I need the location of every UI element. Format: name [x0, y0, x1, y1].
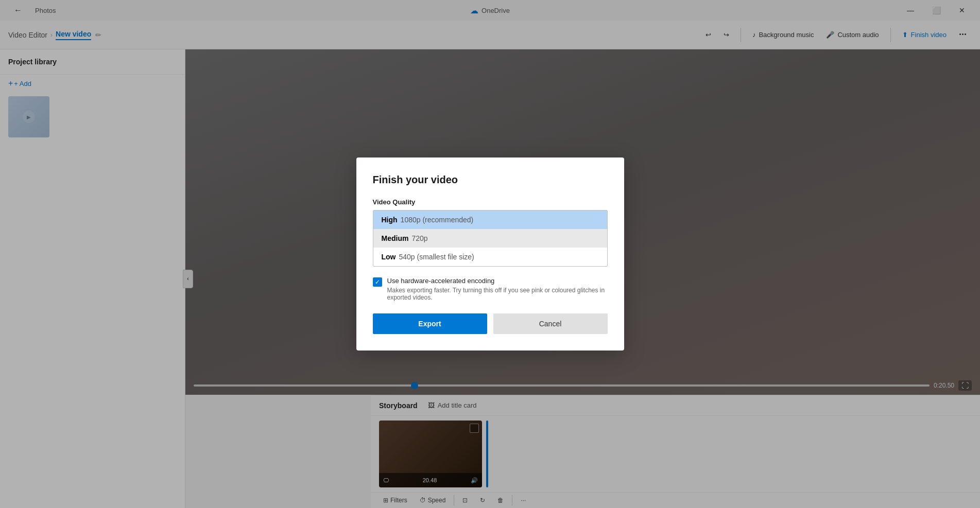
- cancel-button[interactable]: Cancel: [493, 313, 608, 334]
- low-quality-label: Low: [382, 253, 396, 261]
- video-quality-label: Video Quality: [373, 198, 608, 206]
- checkbox-label: Use hardware-accelerated encoding: [387, 277, 608, 285]
- hardware-encoding-row: ✓ Use hardware-accelerated encoding Make…: [373, 277, 608, 301]
- hardware-encoding-checkbox[interactable]: ✓: [373, 277, 382, 287]
- modal-overlay: Finish your video Video Quality High 108…: [0, 0, 980, 508]
- checkbox-subtext: Makes exporting faster. Try turning this…: [387, 287, 608, 301]
- high-quality-desc: 1080p (recommended): [401, 216, 474, 224]
- low-quality-desc: 540p (smallest file size): [399, 253, 474, 261]
- high-quality-label: High: [382, 216, 398, 224]
- quality-option-low[interactable]: Low 540p (smallest file size): [373, 248, 607, 266]
- finish-video-modal: Finish your video Video Quality High 108…: [356, 157, 624, 351]
- medium-quality-label: Medium: [382, 234, 409, 242]
- quality-option-high[interactable]: High 1080p (recommended): [373, 211, 607, 229]
- checkbox-text-block: Use hardware-accelerated encoding Makes …: [387, 277, 608, 301]
- modal-title: Finish your video: [373, 174, 608, 186]
- modal-buttons: Export Cancel: [373, 313, 608, 334]
- quality-option-medium[interactable]: Medium 720p: [373, 229, 607, 248]
- medium-quality-desc: 720p: [411, 234, 427, 242]
- export-button[interactable]: Export: [373, 313, 487, 334]
- quality-dropdown[interactable]: High 1080p (recommended) Medium 720p Low…: [373, 210, 608, 267]
